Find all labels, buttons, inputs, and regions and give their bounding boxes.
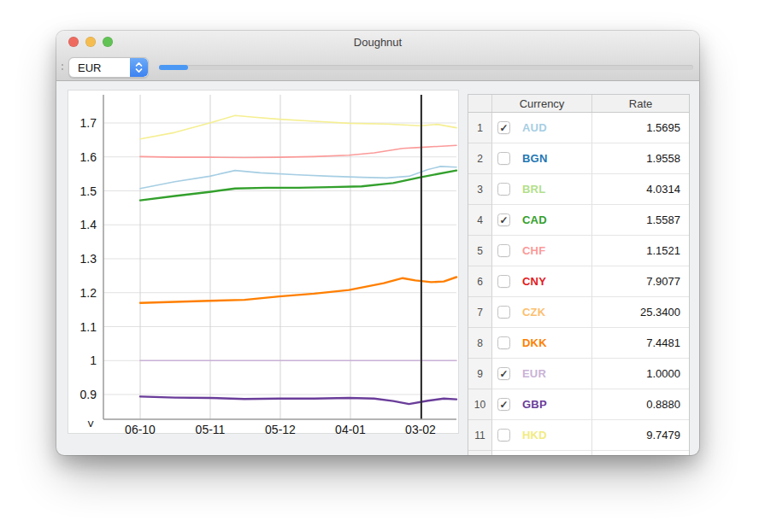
currency-checkbox[interactable]: ✓ bbox=[497, 367, 510, 380]
row-number: 10 bbox=[468, 389, 492, 420]
x-tick-label: 05-11 bbox=[196, 423, 226, 436]
rate-value: 4.0314 bbox=[592, 174, 689, 205]
table-row[interactable]: 11 HKD 9.7479 bbox=[468, 420, 689, 451]
desktop: Doughnut EUR 0.911 bbox=[0, 0, 759, 532]
rate-value: 1.0000 bbox=[592, 359, 689, 389]
currency-checkbox[interactable]: ✓ bbox=[497, 398, 510, 411]
currency-code: GBP bbox=[522, 398, 547, 411]
slider-fill bbox=[159, 65, 188, 70]
rate-value: 1.5587 bbox=[592, 205, 689, 236]
currency-checkbox[interactable] bbox=[497, 152, 510, 165]
currency-cell: CZK bbox=[492, 297, 592, 328]
row-number: 2 bbox=[468, 143, 492, 174]
x-tick-label: 05-12 bbox=[265, 423, 296, 436]
window-title: Doughnut bbox=[56, 31, 699, 53]
y-tick-label: 0.9 bbox=[80, 388, 97, 401]
currency-checkbox[interactable] bbox=[497, 275, 510, 288]
rate-value: 7.4481 bbox=[592, 328, 689, 359]
toolbar: EUR bbox=[56, 53, 699, 81]
table-row[interactable]: 2 BGN 1.9558 bbox=[468, 143, 689, 174]
series-pink-line bbox=[140, 145, 456, 157]
row-number: 4 bbox=[468, 205, 492, 236]
currency-combobox-value: EUR bbox=[69, 58, 130, 77]
currency-code: EUR bbox=[522, 367, 546, 380]
stepper-icon[interactable] bbox=[130, 58, 148, 77]
currency-checkbox[interactable] bbox=[497, 429, 510, 441]
rate-value bbox=[592, 451, 689, 455]
table-row[interactable]: 3 BRL 4.0314 bbox=[468, 174, 689, 205]
currency-checkbox[interactable] bbox=[497, 183, 510, 196]
table-row[interactable]: 8 DKK 7.4481 bbox=[468, 328, 689, 359]
rates-line-chart[interactable]: 0.911.11.21.31.41.51.61.706-1005-1105-12… bbox=[68, 90, 461, 436]
currency-column-header[interactable]: Currency bbox=[492, 95, 592, 112]
rate-value: 7.9077 bbox=[592, 266, 689, 297]
currency-code: CAD bbox=[522, 213, 547, 226]
table-row[interactable] bbox=[468, 451, 689, 455]
currency-checkbox[interactable] bbox=[497, 244, 510, 257]
x-tick-label: 03-02 bbox=[405, 423, 436, 436]
currency-code: BRL bbox=[522, 183, 545, 196]
rate-value: 25.3400 bbox=[592, 297, 689, 328]
currency-cell: ✓ CAD bbox=[492, 205, 592, 236]
currency-cell: BRL bbox=[492, 174, 592, 205]
series-lightblue-line bbox=[140, 167, 456, 189]
currency-cell bbox=[492, 451, 592, 455]
currency-cell: ✓ AUD bbox=[492, 113, 592, 143]
series-purple-line bbox=[140, 396, 456, 404]
toolbar-drag-handle-icon[interactable] bbox=[58, 64, 67, 70]
row-number: 5 bbox=[468, 236, 492, 266]
rate-value: 1.9558 bbox=[592, 143, 689, 174]
currency-checkbox[interactable] bbox=[497, 306, 510, 319]
currency-checkbox[interactable] bbox=[497, 336, 510, 349]
y-tick-label: 1.4 bbox=[80, 218, 97, 231]
table-row[interactable]: 9 ✓ EUR 1.0000 bbox=[468, 359, 689, 389]
rate-value: 1.5695 bbox=[592, 113, 689, 143]
titlebar[interactable]: Doughnut bbox=[56, 31, 699, 53]
currency-checkbox[interactable]: ✓ bbox=[497, 121, 510, 134]
axis-overflow-indicator-icon[interactable]: ˅ bbox=[87, 418, 94, 431]
currency-checkbox[interactable]: ✓ bbox=[497, 213, 510, 226]
row-number: 6 bbox=[468, 266, 492, 297]
table-header: Currency Rate bbox=[468, 95, 689, 113]
y-tick-label: 1.2 bbox=[80, 286, 97, 300]
x-tick-label: 04-01 bbox=[335, 423, 366, 436]
row-number: 7 bbox=[468, 297, 492, 328]
y-tick-label: 1 bbox=[90, 354, 97, 367]
table-row[interactable]: 10 ✓ GBP 0.8880 bbox=[468, 389, 689, 420]
currency-cell: CHF bbox=[492, 236, 592, 266]
row-number: 3 bbox=[468, 174, 492, 205]
currency-code: CZK bbox=[522, 306, 545, 319]
row-number bbox=[468, 451, 492, 455]
row-number: 8 bbox=[468, 328, 492, 359]
toolbar-slider[interactable] bbox=[159, 65, 693, 70]
currency-cell: HKD bbox=[492, 420, 592, 451]
x-tick-label: 06-10 bbox=[125, 423, 156, 436]
table-row[interactable]: 7 CZK 25.3400 bbox=[468, 297, 689, 328]
row-number: 1 bbox=[468, 113, 492, 143]
rate-value: 9.7479 bbox=[592, 420, 689, 451]
y-tick-label: 1.6 bbox=[80, 150, 97, 164]
currency-table: Currency Rate 1 ✓ AUD 1.5695 2 BGN 1.955… bbox=[468, 94, 690, 455]
currency-cell: BGN bbox=[492, 143, 592, 174]
table-row[interactable]: 5 CHF 1.1521 bbox=[468, 236, 689, 266]
row-number: 9 bbox=[468, 359, 492, 389]
currency-code: AUD bbox=[522, 121, 547, 134]
currency-cell: DKK bbox=[492, 328, 592, 359]
currency-code: HKD bbox=[522, 429, 547, 441]
currency-code: CNY bbox=[522, 275, 546, 288]
currency-cell: ✓ GBP bbox=[492, 389, 592, 420]
y-tick-label: 1.5 bbox=[80, 184, 97, 198]
table-row[interactable]: 1 ✓ AUD 1.5695 bbox=[468, 113, 689, 143]
rate-value: 0.8880 bbox=[592, 389, 689, 420]
series-orange-line bbox=[140, 278, 456, 303]
chart-panel[interactable]: 0.911.11.21.31.41.51.61.706-1005-1105-12… bbox=[68, 90, 459, 434]
series-yellow-line bbox=[140, 115, 456, 138]
y-tick-label: 1.7 bbox=[80, 116, 97, 130]
window-chrome: Doughnut EUR bbox=[56, 31, 699, 81]
rate-value: 1.1521 bbox=[592, 236, 689, 266]
table-row[interactable]: 6 CNY 7.9077 bbox=[468, 266, 689, 297]
rate-column-header[interactable]: Rate bbox=[592, 95, 689, 112]
table-body: 1 ✓ AUD 1.5695 2 BGN 1.9558 3 BRL 4.0314… bbox=[468, 113, 689, 455]
currency-combobox[interactable]: EUR bbox=[68, 57, 149, 78]
table-row[interactable]: 4 ✓ CAD 1.5587 bbox=[468, 205, 689, 236]
